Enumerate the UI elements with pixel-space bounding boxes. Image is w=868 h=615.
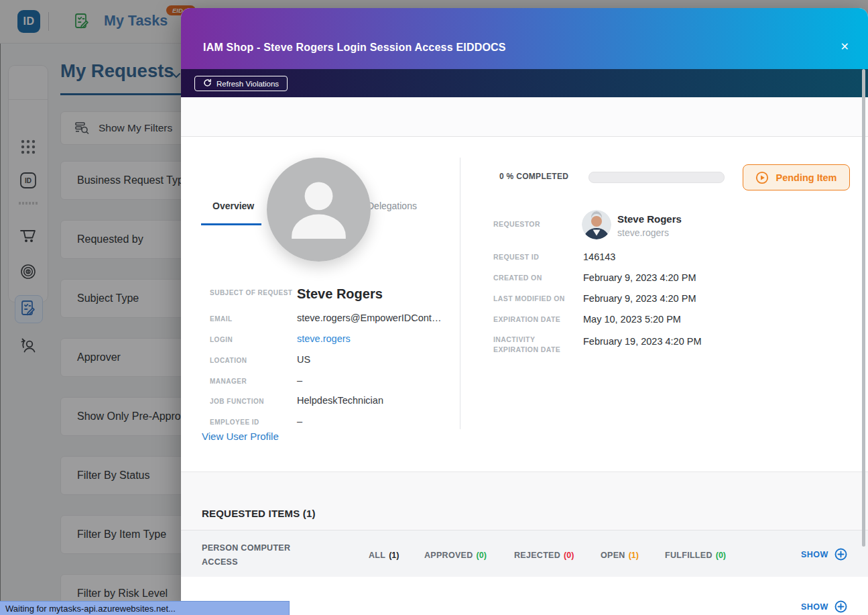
- expiration-date-value: May 10, 2023 5:20 PM: [583, 314, 681, 325]
- browser-status-bar: Waiting for mytasks-api.azurewebsites.ne…: [0, 601, 290, 615]
- modal-header: IAM Shop - Steve Rogers Login Session Ac…: [181, 8, 868, 69]
- email-value: steve.rogers@EmpowerIDCont…: [297, 313, 441, 323]
- count-open[interactable]: OPEN(1): [601, 551, 639, 560]
- tab-delegations[interactable]: Delegations: [367, 201, 417, 211]
- close-icon[interactable]: ✕: [841, 40, 849, 53]
- requested-items-band: REQUESTED ITEMS (1): [181, 471, 868, 530]
- show-more-label: SHOW: [801, 602, 828, 612]
- show-item-button[interactable]: SHOW: [801, 548, 847, 561]
- expiration-date-label: EXPIRATION DATE: [493, 315, 560, 323]
- location-label: LOCATION: [210, 357, 294, 364]
- inactivity-expiration-value: February 19, 2023 4:20 PM: [583, 336, 702, 347]
- tab-active-underline: [201, 223, 261, 225]
- plus-circle-icon: [834, 600, 847, 613]
- count-rejected[interactable]: REJECTED(0): [514, 551, 574, 560]
- pending-item-button[interactable]: Pending Item: [743, 164, 850, 190]
- item-name: PERSON COMPUTER ACCESS: [202, 541, 302, 569]
- progress-label: 0 % COMPLETED: [499, 172, 568, 181]
- job-function-label: JOB FUNCTION: [210, 398, 294, 405]
- subject-avatar: [267, 158, 371, 262]
- count-approved[interactable]: APPROVED(0): [424, 551, 487, 560]
- modal-tab-bar: Overview Process Steps Delegations: [181, 97, 868, 137]
- location-value: US: [297, 354, 310, 365]
- app-window: ID My Tasks EID-D: [0, 0, 868, 615]
- inactivity-expiration-label: INACTIVITY EXPIRATION DATE: [493, 335, 574, 355]
- progress-bar: [588, 172, 725, 183]
- modal-toolbar: Refresh Violations: [181, 69, 868, 97]
- request-details-modal: IAM Shop - Steve Rogers Login Session Ac…: [181, 8, 868, 615]
- count-all[interactable]: ALL(1): [369, 551, 399, 560]
- last-modified-label: LAST MODIFIED ON: [493, 294, 565, 302]
- refresh-violations-button[interactable]: Refresh Violations: [194, 76, 288, 91]
- requested-items-heading: REQUESTED ITEMS (1): [202, 508, 316, 519]
- refresh-violations-label: Refresh Violations: [216, 80, 279, 88]
- subject-label: SUBJECT OF REQUEST: [210, 289, 294, 296]
- modal-scrollbar[interactable]: [862, 69, 865, 547]
- manager-label: MANAGER: [210, 378, 294, 385]
- login-link[interactable]: steve.rogers: [297, 333, 351, 344]
- count-fulfilled[interactable]: FULFILLED(0): [665, 551, 726, 560]
- requested-item-row: PERSON COMPUTER ACCESS ALL(1) APPROVED(0…: [181, 530, 868, 578]
- job-function-value: HelpdeskTechnician: [297, 395, 383, 406]
- section-divider: [460, 158, 460, 429]
- login-label: LOGIN: [210, 336, 294, 343]
- show-label: SHOW: [801, 550, 828, 559]
- show-more-button[interactable]: SHOW: [801, 600, 847, 613]
- requestor-login: steve.rogers: [617, 227, 669, 238]
- modal-title: IAM Shop - Steve Rogers Login Session Ac…: [203, 42, 506, 54]
- created-on-label: CREATED ON: [493, 274, 542, 282]
- subject-name: Steve Rogers: [297, 286, 383, 302]
- refresh-icon: [203, 78, 212, 89]
- requestor-label: REQUESTOR: [493, 220, 540, 228]
- requestor-name: Steve Rogers: [617, 213, 682, 225]
- employee-id-label: EMPLOYEE ID: [210, 418, 294, 426]
- request-id-label: REQUEST ID: [493, 253, 539, 261]
- manager-value: –: [297, 375, 302, 386]
- requestor-avatar: [582, 210, 611, 239]
- created-on-value: February 9, 2023 4:20 PM: [583, 272, 696, 283]
- plus-circle-icon: [834, 548, 847, 561]
- pending-item-label: Pending Item: [776, 172, 836, 183]
- tab-overview[interactable]: Overview: [212, 201, 254, 211]
- view-user-profile-link[interactable]: View User Profile: [202, 431, 279, 442]
- play-circle-icon: [755, 171, 769, 184]
- email-label: EMAIL: [210, 315, 294, 323]
- request-id-value: 146143: [583, 251, 615, 262]
- employee-id-value: –: [297, 416, 302, 427]
- last-modified-value: February 9, 2023 4:20 PM: [583, 293, 696, 304]
